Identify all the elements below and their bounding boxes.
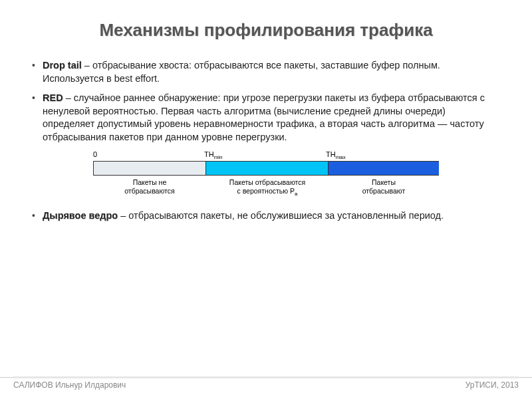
caption-no-drop: Пакеты не отбрасываются — [93, 178, 206, 197]
bullet-term: Drop tail — [43, 60, 82, 70]
caption-line: отбрасывают — [362, 187, 406, 195]
bullet-item: Дырявое ведро – отбрасываются пакеты, не… — [32, 209, 500, 223]
segment-prob-drop — [206, 162, 329, 175]
diagram-bottom-labels: Пакеты не отбрасываются Пакеты отбрасыва… — [93, 178, 439, 197]
slide-footer: САЛИФОВ Ильнур Илдарович УрТИСИ, 2013 — [0, 377, 532, 390]
caption-line: отбрасываются — [124, 187, 174, 195]
label-zero: 0 — [93, 150, 97, 158]
bullet-item: RED – случайное раннее обнаружение: при … — [32, 92, 500, 144]
label-thmax: THmax — [326, 150, 346, 160]
footer-author: САЛИФОВ Ильнур Илдарович — [13, 380, 126, 390]
segment-no-drop — [93, 162, 206, 175]
caption-line: с вероятностью P — [237, 187, 295, 195]
thmax-sub: max — [336, 155, 346, 161]
caption-line: Пакеты не — [133, 178, 167, 186]
diagram-top-labels: 0 THmin THmax — [93, 150, 439, 161]
thmin-prefix: TH — [204, 150, 214, 158]
thmax-prefix: TH — [326, 150, 336, 158]
slide-title: Механизмы профилирования трафика — [32, 20, 500, 41]
label-thmin: THmin — [204, 150, 223, 160]
caption-full-drop: Пакеты отбрасывают — [329, 178, 439, 197]
bullet-item: Drop tail – отбрасывание хвоста: отбрасы… — [32, 59, 500, 85]
caption-line: Пакеты отбрасываются — [229, 178, 305, 186]
segment-full-drop — [329, 162, 439, 175]
footer-org: УрТИСИ, 2013 — [466, 380, 519, 390]
bullet-text: – отбрасывание хвоста: отбрасываются все… — [43, 60, 440, 84]
bullet-term: Дырявое ведро — [43, 210, 118, 221]
slide: Механизмы профилирования трафика Drop ta… — [0, 0, 532, 399]
diagram-bar — [93, 161, 439, 176]
caption-line: Пакеты — [372, 178, 396, 186]
bullet-list: Дырявое ведро – отбрасываются пакеты, не… — [32, 209, 500, 223]
caption-prob-drop: Пакеты отбрасываются с вероятностью Pa — [206, 178, 329, 197]
bullet-text: – случайное раннее обнаружение: при угро… — [43, 92, 485, 142]
bullet-list: Drop tail – отбрасывание хвоста: отбрасы… — [32, 59, 500, 144]
thmin-sub: min — [214, 155, 223, 161]
red-diagram: 0 THmin THmax Пакеты не отбрасываются Па… — [93, 150, 439, 197]
bullet-text: – отбрасываются пакеты, не обслужившиеся… — [118, 210, 444, 221]
caption-sub: a — [295, 191, 297, 197]
bullet-term: RED — [43, 92, 63, 103]
